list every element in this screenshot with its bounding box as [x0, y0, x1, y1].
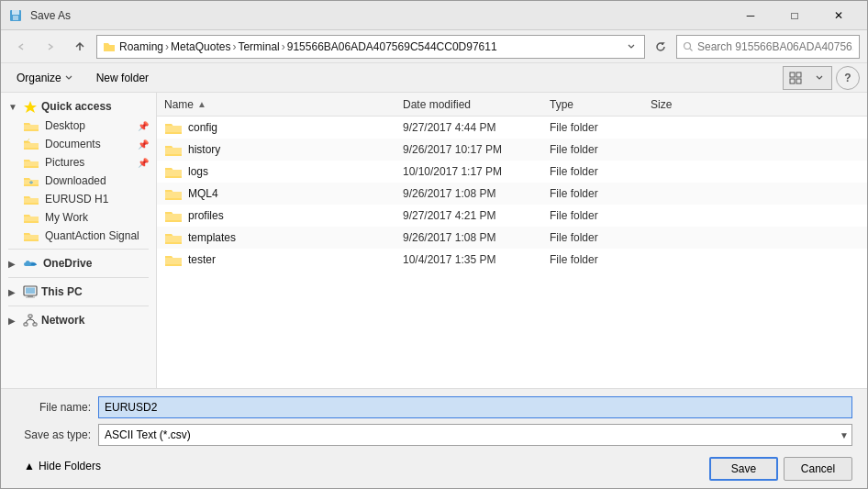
col-header-date[interactable]: Date modified — [403, 98, 550, 111]
back-button[interactable] — [8, 34, 34, 60]
file-type: File folder — [550, 209, 651, 222]
folder-row-icon — [164, 186, 183, 201]
minimize-button[interactable]: ─ — [729, 1, 772, 30]
close-button[interactable]: ✕ — [818, 1, 860, 30]
table-row[interactable]: profiles 9/27/2017 4:21 PM File folder — [157, 205, 867, 227]
nav-toolbar: Roaming › MetaQuotes › Terminal › 915566… — [1, 30, 867, 63]
file-date: 9/27/2017 4:21 PM — [403, 209, 550, 222]
view-selector[interactable] — [783, 66, 832, 90]
breadcrumb-roaming[interactable]: Roaming — [119, 40, 163, 53]
view-dropdown-button[interactable] — [807, 66, 831, 90]
sidebar-item-pictures[interactable]: Pictures 📌 — [1, 153, 156, 172]
sidebar-item-mywork[interactable]: My Work — [1, 208, 156, 227]
table-row[interactable]: tester 10/4/2017 1:35 PM File folder — [157, 249, 867, 271]
help-button[interactable]: ? — [836, 66, 860, 90]
this-pc-section[interactable]: ▶ This PC — [1, 282, 156, 302]
folder-row-icon — [164, 208, 183, 223]
sidebar-separator-2 — [8, 277, 149, 278]
svg-rect-5 — [796, 72, 801, 77]
onedrive-label: OneDrive — [43, 257, 92, 270]
sort-arrow: ▲ — [197, 99, 206, 109]
file-date: 9/26/2017 1:08 PM — [403, 187, 550, 200]
quick-access-section[interactable]: ▼ Quick access — [1, 96, 156, 117]
desktop-pin-icon: 📌 — [138, 121, 149, 131]
folder-row-icon — [164, 252, 183, 267]
quick-access-chevron: ▼ — [8, 102, 19, 112]
quick-access-label: Quick access — [41, 100, 112, 113]
search-box[interactable] — [676, 35, 860, 59]
refresh-button[interactable] — [649, 35, 673, 59]
maximize-button[interactable]: □ — [773, 1, 816, 30]
bottom-buttons: Save Cancel — [709, 457, 852, 481]
table-row[interactable]: logs 10/10/2017 1:17 PM File folder — [157, 161, 867, 183]
filename-input[interactable] — [98, 396, 852, 418]
view-mode-button[interactable] — [784, 66, 807, 90]
sidebar-item-quantaction[interactable]: QuantAction Signal — [1, 227, 156, 245]
save-as-dialog: Save As ─ □ ✕ Roaming › MetaQuotes — [0, 0, 868, 489]
toolbar2: Organize New folder ? — [1, 63, 867, 93]
breadcrumb-metaquotes[interactable]: MetaQuotes — [171, 40, 230, 53]
file-name-cell: config — [164, 120, 403, 135]
address-bar[interactable]: Roaming › MetaQuotes › Terminal › 915566… — [96, 35, 645, 59]
file-date: 10/10/2017 1:17 PM — [403, 165, 550, 178]
file-date: 10/4/2017 1:35 PM — [403, 253, 550, 266]
sidebar-item-desktop-label: Desktop — [45, 119, 85, 132]
organize-button[interactable]: Organize — [8, 68, 81, 88]
sidebar-item-eurusdh1[interactable]: EURUSD H1 — [1, 190, 156, 208]
col-header-size[interactable]: Size — [651, 98, 724, 111]
sidebar-item-eurusdh1-label: EURUSD H1 — [45, 193, 108, 206]
bottom-area: File name: Save as type: ASCII Text (*.c… — [1, 388, 867, 488]
svg-rect-4 — [790, 72, 795, 77]
forward-icon — [46, 42, 55, 51]
refresh-icon — [654, 40, 667, 53]
breadcrumb-terminal[interactable]: Terminal — [238, 40, 279, 53]
file-list-header: Name ▲ Date modified Type Size — [157, 93, 867, 117]
network-section[interactable]: ▶ Network — [1, 310, 156, 330]
new-folder-button[interactable]: New folder — [88, 68, 157, 88]
table-row[interactable]: config 9/27/2017 4:44 PM File folder — [157, 117, 867, 139]
save-button[interactable]: Save — [709, 457, 778, 481]
file-rows-container: config 9/27/2017 4:44 PM File folder his… — [157, 117, 867, 271]
filename-label: File name: — [16, 401, 98, 414]
sidebar-item-pictures-label: Pictures — [45, 156, 84, 169]
search-input[interactable] — [697, 40, 853, 53]
onedrive-section[interactable]: ▶ OneDrive — [1, 253, 156, 273]
hide-folders-button[interactable]: ▲ Hide Folders — [16, 456, 109, 476]
col-date-label: Date modified — [403, 98, 471, 111]
filename-row: File name: — [16, 396, 852, 418]
folder-row-icon — [164, 230, 183, 245]
documents-folder-icon — [23, 138, 39, 150]
svg-rect-10 — [26, 288, 35, 295]
window-title: Save As — [30, 9, 71, 22]
breadcrumb: Roaming › MetaQuotes › Terminal › 915566… — [119, 40, 620, 53]
up-button[interactable] — [67, 34, 93, 60]
col-header-type[interactable]: Type — [550, 98, 651, 111]
file-date: 9/26/2017 1:08 PM — [403, 231, 550, 244]
svg-rect-14 — [24, 323, 28, 326]
network-label: Network — [41, 314, 84, 327]
table-row[interactable]: history 9/26/2017 10:17 PM File folder — [157, 139, 867, 161]
network-chevron: ▶ — [8, 316, 19, 326]
documents-pin-icon: 📌 — [138, 139, 149, 150]
col-header-name[interactable]: Name ▲ — [164, 98, 403, 111]
file-name-cell: MQL4 — [164, 186, 403, 201]
breadcrumb-guid[interactable]: 915566BA06ADA407569C544CC0D97611 — [287, 40, 497, 53]
titlebar: Save As ─ □ ✕ — [1, 1, 867, 30]
file-name: tester — [188, 253, 216, 266]
sidebar-item-downloaded-label: Downloaded — [45, 174, 106, 187]
forward-button[interactable] — [38, 34, 63, 60]
filetype-select[interactable]: ASCII Text (*.csv) — [98, 424, 852, 446]
sidebar-item-downloaded[interactable]: Downloaded — [1, 172, 156, 190]
folder-address-icon — [103, 40, 116, 53]
this-pc-icon — [23, 285, 38, 298]
file-date: 9/26/2017 10:17 PM — [403, 143, 550, 156]
table-row[interactable]: MQL4 9/26/2017 1:08 PM File folder — [157, 183, 867, 205]
table-row[interactable]: templates 9/26/2017 1:08 PM File folder — [157, 227, 867, 249]
address-dropdown-button[interactable] — [624, 36, 639, 58]
cancel-button[interactable]: Cancel — [784, 457, 852, 481]
folder-row-icon — [164, 120, 183, 135]
sidebar-item-desktop[interactable]: Desktop 📌 — [1, 117, 156, 135]
search-icon — [683, 41, 694, 52]
sidebar-item-documents[interactable]: Documents 📌 — [1, 135, 156, 153]
svg-rect-1 — [12, 10, 19, 15]
